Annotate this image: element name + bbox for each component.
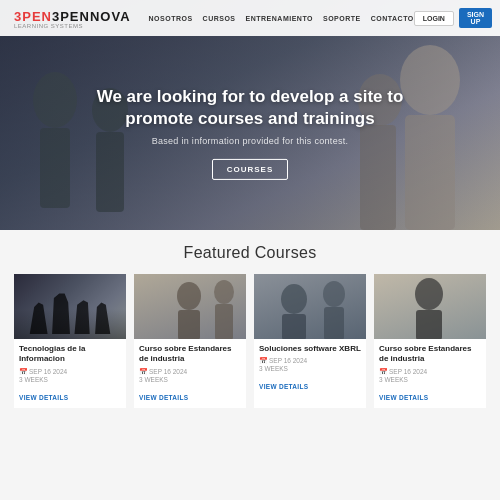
course-name-1: Tecnologias de la Informacion — [19, 344, 121, 365]
course-duration-1: 3 WEEKS — [19, 376, 121, 383]
course-card-1: Tecnologias de la Informacion 📅 SEP 16 2… — [14, 274, 126, 408]
course-name-2: Curso sobre Estandares de industria — [139, 344, 241, 365]
navbar: 3PEN3PENNOVA LEARNING SYSTEMS NOSOTROS C… — [0, 0, 500, 36]
login-button[interactable]: LOGIN — [414, 11, 454, 26]
view-details-3[interactable]: VIEW DETAILS — [259, 383, 308, 390]
nav-soporte[interactable]: SOPORTE — [323, 15, 361, 22]
course-thumb-3 — [254, 274, 366, 339]
course-thumb-1 — [14, 274, 126, 339]
course-duration-4: 3 WEEKS — [379, 376, 481, 383]
course-info-3: Soluciones software XBRL 📅 SEP 16 2024 3… — [254, 339, 366, 397]
logo-text: 3PEN3PENNOVA — [14, 9, 131, 24]
course-card-4: Curso sobre Estandares de industria 📅 SE… — [374, 274, 486, 408]
course-info-4: Curso sobre Estandares de industria 📅 SE… — [374, 339, 486, 408]
hero-title: We are looking for to develop a site to … — [90, 86, 410, 130]
logo: 3PEN3PENNOVA LEARNING SYSTEMS — [14, 7, 131, 29]
svg-point-10 — [177, 282, 201, 310]
course-date-1: SEP 16 2024 — [29, 368, 67, 375]
svg-rect-18 — [324, 307, 344, 339]
courses-grid: Tecnologias de la Informacion 📅 SEP 16 2… — [14, 274, 486, 408]
nav-entrenamiento[interactable]: ENTRENAMIENTO — [246, 15, 313, 22]
calendar-icon-1: 📅 — [19, 368, 26, 375]
svg-point-12 — [214, 280, 234, 304]
view-details-2[interactable]: VIEW DETAILS — [139, 394, 188, 401]
signup-button[interactable]: SIGN UP — [459, 8, 492, 28]
calendar-icon-3: 📅 — [259, 357, 266, 364]
svg-rect-13 — [215, 304, 233, 339]
course-meta-3: 📅 SEP 16 2024 — [259, 357, 361, 364]
view-details-1[interactable]: VIEW DETAILS — [19, 394, 68, 401]
svg-point-17 — [323, 281, 345, 307]
course-duration-2: 3 WEEKS — [139, 376, 241, 383]
svg-point-20 — [415, 278, 443, 310]
nav-links: NOSOTROS CURSOS ENTRENAMIENTO SOPORTE CO… — [149, 15, 414, 22]
course-meta-2: 📅 SEP 16 2024 — [139, 368, 241, 375]
course-name-3: Soluciones software XBRL — [259, 344, 361, 354]
course-info-1: Tecnologias de la Informacion 📅 SEP 16 2… — [14, 339, 126, 408]
nav-actions: LOGIN SIGN UP — [414, 8, 492, 28]
course-meta-1: 📅 SEP 16 2024 — [19, 368, 121, 375]
hero-content: We are looking for to develop a site to … — [90, 86, 410, 180]
course-info-2: Curso sobre Estandares de industria 📅 SE… — [134, 339, 246, 408]
nav-contacto[interactable]: CONTACTO — [371, 15, 414, 22]
nav-nosotros[interactable]: NOSOTROS — [149, 15, 193, 22]
course-meta-4: 📅 SEP 16 2024 — [379, 368, 481, 375]
course-date-4: SEP 16 2024 — [389, 368, 427, 375]
course-thumb-2 — [134, 274, 246, 339]
course-card-2: Curso sobre Estandares de industria 📅 SE… — [134, 274, 246, 408]
course-thumb-4 — [374, 274, 486, 339]
hero-cta-button[interactable]: COURSES — [212, 159, 289, 180]
featured-title: Featured Courses — [14, 244, 486, 262]
svg-point-15 — [281, 284, 307, 314]
calendar-icon-4: 📅 — [379, 368, 386, 375]
view-details-4[interactable]: VIEW DETAILS — [379, 394, 428, 401]
nav-cursos[interactable]: CURSOS — [203, 15, 236, 22]
course-card-3: Soluciones software XBRL 📅 SEP 16 2024 3… — [254, 274, 366, 408]
course-date-3: SEP 16 2024 — [269, 357, 307, 364]
svg-rect-11 — [178, 310, 200, 339]
svg-rect-21 — [416, 310, 442, 339]
hero-subtitle: Based in information provided for this c… — [90, 136, 410, 146]
course-duration-3: 3 WEEKS — [259, 365, 361, 372]
course-name-4: Curso sobre Estandares de industria — [379, 344, 481, 365]
svg-rect-16 — [282, 314, 306, 339]
svg-rect-14 — [254, 274, 366, 339]
course-date-2: SEP 16 2024 — [149, 368, 187, 375]
calendar-icon-2: 📅 — [139, 368, 146, 375]
featured-section: Featured Courses Tecnologias de la Infor… — [0, 230, 500, 500]
